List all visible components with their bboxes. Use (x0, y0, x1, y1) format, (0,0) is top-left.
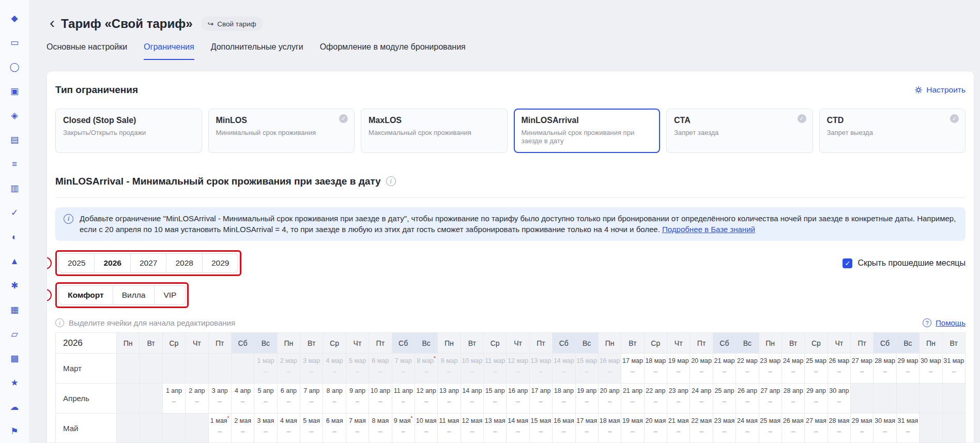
day-cell[interactable]: 17 апр– (529, 384, 552, 414)
day-cell[interactable]: 27 мая– (805, 414, 828, 443)
day-cell[interactable]: 11 мая– (438, 414, 461, 443)
room-tab-Вилла[interactable]: Вилла (113, 286, 155, 304)
day-cell[interactable]: 27 апр– (759, 384, 782, 414)
day-cell[interactable]: 15 мар– (575, 354, 598, 384)
day-cell[interactable]: 5 апр– (254, 384, 277, 414)
day-cell[interactable]: 16 апр– (507, 384, 529, 414)
tab-services[interactable]: Дополнительные услуги (211, 42, 303, 60)
analytics-chart-icon[interactable]: ▥ (9, 182, 20, 194)
day-cell[interactable]: 18 апр– (553, 384, 575, 414)
day-cell[interactable]: 10 мая– (415, 414, 437, 443)
year-tab-2027[interactable]: 2027 (130, 254, 166, 272)
day-cell[interactable]: 12 мар– (507, 354, 529, 384)
modules-layers-icon[interactable]: ▦ (9, 304, 20, 315)
day-cell[interactable]: 1 мар– (254, 354, 277, 384)
day-cell[interactable]: 6 мая– (323, 414, 346, 443)
day-cell[interactable]: 28 мар– (874, 354, 896, 384)
tab-restrictions[interactable]: Ограничения (144, 42, 194, 60)
tasks-checklist-icon[interactable]: ▣ (9, 85, 20, 97)
hide-past-toggle[interactable]: Скрыть прошедшие месяцы (843, 258, 966, 268)
day-cell[interactable]: 21 мая– (667, 414, 690, 443)
restriction-card-maxlos[interactable]: MaxLOSМаксимальный срок проживания (361, 109, 508, 153)
day-cell[interactable]: 12 апр– (415, 384, 437, 414)
day-cell[interactable]: 14 мар– (553, 354, 575, 384)
day-cell[interactable]: 2 мар– (277, 354, 300, 384)
day-cell[interactable]: 3 мая– (254, 414, 277, 443)
day-cell[interactable]: 26 мар– (828, 354, 850, 384)
restriction-card-minlos[interactable]: MinLOSМинимальный срок проживания✓ (208, 109, 355, 153)
day-cell[interactable]: 30 апр– (828, 384, 850, 414)
day-cell[interactable]: 8 апр– (323, 384, 346, 414)
day-cell[interactable]: 2 мая– (231, 414, 254, 443)
day-cell[interactable]: 18 мар– (644, 354, 667, 384)
documents-icon[interactable]: ▤ (9, 134, 20, 145)
day-cell[interactable]: 26 апр– (736, 384, 759, 414)
day-cell[interactable]: 20 мая– (644, 414, 667, 443)
day-cell[interactable]: 31 мар– (942, 354, 966, 384)
day-cell[interactable]: 19 мая– (621, 414, 644, 443)
day-cell[interactable]: 30 мая– (874, 414, 896, 443)
day-cell[interactable]: 30 мар– (920, 354, 942, 384)
day-cell[interactable]: 9 мая*– (392, 414, 415, 443)
year-tab-2025[interactable]: 2025 (59, 254, 94, 272)
day-cell[interactable]: 16 мар– (598, 354, 621, 384)
guests-person-icon[interactable]: ◯ (9, 61, 20, 72)
tags-pricing-icon[interactable]: ◈ (9, 110, 20, 121)
day-cell[interactable]: 2 апр– (186, 384, 208, 414)
day-cell[interactable]: 21 мар– (713, 354, 736, 384)
day-cell[interactable]: 14 апр– (461, 384, 483, 414)
day-cell[interactable]: 22 мар– (736, 354, 759, 384)
day-cell[interactable]: 1 мая*– (208, 414, 231, 443)
day-cell[interactable]: 27 мар– (851, 354, 874, 384)
restriction-card-cta[interactable]: CTAЗапрет заезда✓ (666, 109, 813, 153)
day-cell[interactable]: 28 апр– (782, 384, 804, 414)
day-cell[interactable]: 5 мая– (300, 414, 323, 443)
day-cell[interactable]: 10 апр– (369, 384, 392, 414)
day-cell[interactable]: 16 мая– (553, 414, 575, 443)
day-cell[interactable]: 12 мая– (461, 414, 483, 443)
day-cell[interactable]: 10 мар– (461, 354, 483, 384)
launch-rocket-icon[interactable]: ▲ (9, 255, 20, 267)
reports-flag-icon[interactable]: ⚑ (9, 425, 20, 437)
help-link[interactable]: ? Помощь (923, 318, 966, 327)
day-cell[interactable]: 25 мая– (759, 414, 782, 443)
day-cell[interactable]: 24 апр– (690, 384, 713, 414)
menu-list-icon[interactable]: ≡ (9, 158, 20, 170)
day-cell[interactable]: 8 мая– (369, 414, 392, 443)
restriction-card-minlosarrival[interactable]: MinLOSArrivalМинимальный срок проживания… (514, 109, 661, 153)
housekeeping-icon[interactable]: ◐ (9, 231, 20, 242)
tab-main[interactable]: Основные настройки (47, 42, 127, 60)
loyalty-star-icon[interactable]: ★ (9, 377, 20, 388)
payments-card-icon[interactable]: ▱ (9, 328, 20, 340)
day-cell[interactable]: 17 мар– (621, 354, 644, 384)
day-cell[interactable]: 7 мар– (392, 354, 415, 384)
checkbox-checked-icon[interactable] (843, 258, 852, 268)
day-cell[interactable]: 4 апр– (231, 384, 254, 414)
day-cell[interactable]: 15 мая– (529, 414, 552, 443)
day-cell[interactable]: 19 мар– (667, 354, 690, 384)
day-cell[interactable]: 23 апр– (667, 384, 690, 414)
day-cell[interactable]: 4 мая– (277, 414, 300, 443)
day-cell[interactable]: 26 мая– (782, 414, 804, 443)
day-cell[interactable]: 7 апр– (300, 384, 323, 414)
day-cell[interactable]: 13 мар– (529, 354, 552, 384)
day-cell[interactable]: 24 мая– (736, 414, 759, 443)
room-tab-VIP[interactable]: VIP (154, 286, 185, 304)
logo-drop-icon[interactable]: ◆ (9, 12, 20, 24)
day-cell[interactable]: 19 апр– (575, 384, 598, 414)
day-cell[interactable]: 25 мар– (805, 354, 828, 384)
day-cell[interactable]: 29 мая– (851, 414, 874, 443)
day-cell[interactable]: 11 апр– (392, 384, 415, 414)
day-cell[interactable]: 22 мая– (690, 414, 713, 443)
day-cell[interactable]: 31 мая– (896, 414, 919, 443)
day-cell[interactable]: 18 мая– (598, 414, 621, 443)
day-cell[interactable]: 5 мар– (346, 354, 369, 384)
day-cell[interactable]: 25 апр– (713, 384, 736, 414)
day-cell[interactable]: 8 мар*– (415, 354, 437, 384)
restriction-card-closed[interactable]: Closed (Stop Sale)Закрыть/Открыть продаж… (55, 109, 202, 153)
day-cell[interactable]: 21 апр– (621, 384, 644, 414)
day-cell[interactable]: 20 апр– (598, 384, 621, 414)
day-cell[interactable]: 3 апр– (208, 384, 231, 414)
rooms-bed-icon[interactable]: ▭ (9, 37, 20, 48)
approvals-check-icon[interactable]: ✓ (9, 207, 20, 218)
